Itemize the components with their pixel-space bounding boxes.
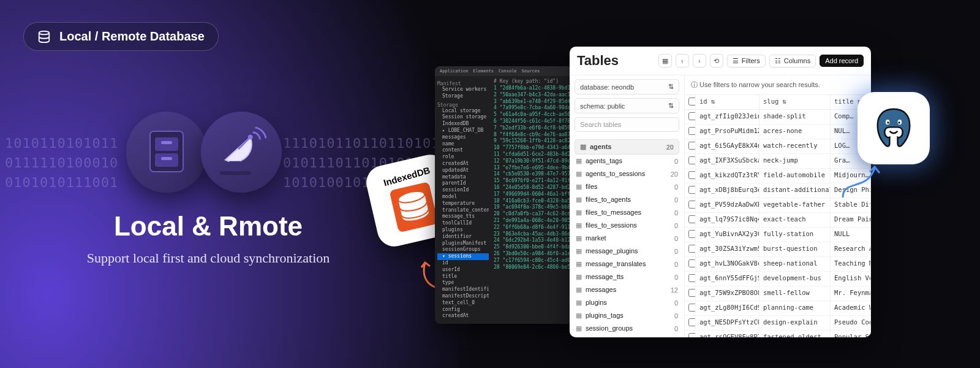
table-list-item[interactable]: ▦files_to_sessions0 [570,219,684,232]
devtools-tree-item[interactable]: sessionId [437,187,489,194]
prev-icon[interactable]: ‹ [676,54,689,67]
table-row[interactable]: agt_lq79S7ic8Nq4exact-teachDream Painte… [685,213,871,228]
refresh-icon[interactable]: ⟲ [710,54,723,67]
table-row[interactable]: agt_75W9xZPBO8O8smell-fellowMr. Feynman [685,286,871,301]
devtools-key-row[interactable]: 6 "30244f56-c61c-4e5f-8f78-ddac419518ce" [494,118,570,125]
devtools-key-row[interactable]: 17 "496699d4-0604-46a1-bff9-f8c74f2943c4… [494,191,570,198]
devtools-key-row[interactable]: 4 "7a995e8c-7cba-4a60-90da-f7744940ada7" [494,105,570,112]
devtools-tree-item[interactable]: manifestIdentifier [437,286,489,293]
row-checkbox[interactable] [688,142,696,150]
devtools-tree-item[interactable]: role [437,154,489,161]
devtools-key-row[interactable]: 7 "b2edf33b-e6f0-4cf8-b059-5c6ba6a1d736" [494,125,570,132]
row-checkbox[interactable] [688,318,696,326]
devtools-tree-item[interactable]: name [437,141,489,148]
devtools-key-row[interactable]: 27 "c17f6594-c80c-45c4-ad01-81621ed0bdd9… [494,258,570,264]
devtools-tree-item[interactable]: Storage [437,102,489,108]
table-list-item[interactable]: ▦files_to_messages0 [570,206,684,219]
devtools-tab[interactable]: Elements [473,69,494,74]
table-row[interactable]: agt_6nnY55dFFGjSdevelopment-busEnglish V… [685,272,871,286]
devtools-tree-item[interactable]: messages [437,134,489,141]
devtools-key-row[interactable]: 9 "59c15268-1ffb-4128-ac82-07646724b085" [494,138,570,145]
devtools-tree-item[interactable]: temperature [437,201,489,207]
table-list-item[interactable]: ▦message_translates0 [570,258,684,270]
devtools-tree-item[interactable]: createdAt [437,161,489,167]
table-list-item[interactable]: ▦sessions20 [570,335,684,337]
table-list-item[interactable]: ▦session_groups0 [570,322,684,335]
checkbox-header[interactable] [685,95,696,109]
devtools-key-row[interactable]: 23 "863e4cba-45ac-4db3-86dd-94276b4782ae… [494,231,570,238]
devtools-tree-item[interactable]: ▾ sessions [437,253,489,260]
devtools-tree-item[interactable]: userId [437,267,489,274]
devtools-tree-item[interactable]: pluginsManifest [437,240,489,247]
devtools-key-row[interactable]: 8 "f4f64e8c-cb9c-4e76-aa87-3a4dffe23613" [494,132,570,139]
devtools-tree-item[interactable]: type [437,280,489,286]
table-list-item[interactable]: ▦plugins0 [570,296,684,309]
row-checkbox[interactable] [688,156,696,164]
devtools-tree-item[interactable]: metadata [437,174,489,181]
col-slug[interactable]: slug ⇅ [760,95,831,109]
next-icon[interactable]: › [693,54,706,67]
devtools-tree-item[interactable]: translate_content [437,207,489,214]
devtools-tree-item[interactable]: manifestDescription [437,293,489,300]
table-row[interactable]: agt_30ZSA3iYzwm5burst-questionResearch A… [685,242,871,257]
devtools-key-row[interactable]: 2 "50aae347-b4c3-42da-aac1-37244f1a747c" [494,92,570,99]
devtools-tree-item[interactable]: id [437,260,489,267]
devtools-tab[interactable]: Sources [522,69,540,74]
devtools-tree-item[interactable]: ▸ LOBE_CHAT_DB [437,128,489,134]
table-row[interactable]: agt_zfIig023Jeinshade-splitComp… [685,110,871,125]
row-checkbox[interactable] [688,201,696,209]
row-checkbox[interactable] [688,171,696,179]
devtools-key-row[interactable]: 1 "2d84fb6a-a12c-4838-9bd1-0039e73dfcdd" [494,85,570,92]
table-list-item[interactable]: ▦plugins_tags0 [570,309,684,322]
row-checkbox[interactable] [688,289,696,297]
devtools-tree-item[interactable]: plugins [437,227,489,234]
row-checkbox[interactable] [688,230,696,238]
row-checkbox[interactable] [688,333,696,337]
table-list-item[interactable]: ▦message_tts0 [570,270,684,283]
table-list-item[interactable]: ▦messages12 [570,283,684,296]
devtools-key-row[interactable]: 18 "416a0cb3-fce0-4328-ba5f-ef093d9f6cf6… [494,198,570,205]
devtools-tree-item[interactable]: Local storage [437,108,489,115]
devtools-tree-item[interactable]: model [437,194,489,201]
table-row[interactable]: agt_zLg80HjI6Cd9planning-cameAcademic Wr… [685,301,871,316]
devtools-key-row[interactable]: 21 "de991a4a-068c-4e20-9059-0dcccce236f4… [494,218,570,224]
columns-button[interactable]: ☷Columns [769,55,816,67]
devtools-tree-item[interactable]: createdAt [437,313,489,320]
devtools-tree-item[interactable]: updatedAt [437,167,489,174]
table-list-item[interactable]: ▦market0 [570,232,684,245]
devtools-tree-item[interactable]: message_tts [437,213,489,220]
row-checkbox[interactable] [688,304,696,312]
devtools-key-row[interactable]: 15 "8c6976f0-e271-4a12-91f8-b4df65658e8c… [494,178,570,185]
table-list-item[interactable]: ▦files_to_agents0 [570,193,684,206]
database-selector[interactable]: database: neondb ⇅ [575,79,679,94]
row-checkbox[interactable] [688,127,696,135]
row-checkbox[interactable] [688,245,696,253]
filters-button[interactable]: ☰Filters [727,55,766,67]
devtools-key-row[interactable]: 13 "e7fbe7e6-e695-4dee-9b4b-583e672a5e29… [494,165,570,172]
devtools-key-row[interactable]: 22 "6ff6b68a-d8f6-4e4f-9110-74596ceb789a… [494,224,570,231]
table-list-item[interactable]: ▦message_plugins0 [570,245,684,258]
devtools-key-row[interactable]: 28 "80069e04-2c6c-4800-be5a-d307722caf66… [494,264,570,271]
devtools-key-row[interactable]: 26 "3bd0e50c-a984-46f0-a1e2-1db5634ce5dd… [494,251,570,258]
devtools-tree-item[interactable]: Session storage [437,114,489,121]
add-record-button[interactable]: Add record [820,55,864,67]
search-tables-input[interactable]: Search tables [575,117,679,132]
devtools-key-row[interactable]: 24 "6dc292b4-1a53-4e40-b12d-e1db4fd9e024… [494,237,570,244]
devtools-tab[interactable]: Console [499,69,517,74]
table-list-item[interactable]: ▦agents_tags0 [570,155,684,167]
devtools-tree-item[interactable]: toolCallId [437,220,489,227]
devtools-key-row[interactable]: 5 "e61a4c0a-a95f-4ccb-ae56-2b5867106f35" [494,112,570,118]
table-row[interactable]: agt_rsQGEV8Fy8PZfastened-oldestPopular S… [685,331,871,337]
row-checkbox[interactable] [688,186,696,194]
table-list-item[interactable]: ▦agents_to_sessions20 [570,167,684,180]
devtools-tree-item[interactable]: Storage [437,93,489,100]
devtools-tree-item[interactable]: text_cell_0 [437,300,489,307]
table-list-item[interactable]: ▦agents20 [575,139,679,155]
devtools-tree-item[interactable]: IndexedDB [437,121,489,128]
row-checkbox[interactable] [688,112,696,120]
devtools-key-row[interactable]: 20 "c0d7a0fb-ca37-4c62-8cdc-06b98a5d8117… [494,211,570,218]
devtools-tree-item[interactable]: Manifest [437,81,489,86]
devtools-key-row[interactable]: 12 "07a19b30-9f51-47cd-89cf-94e4e3672c08… [494,158,570,165]
devtools-tab[interactable]: Application [440,69,468,74]
table-row[interactable]: agt_PrsoPuMidm1Zacres-noneNUL… [685,125,871,139]
